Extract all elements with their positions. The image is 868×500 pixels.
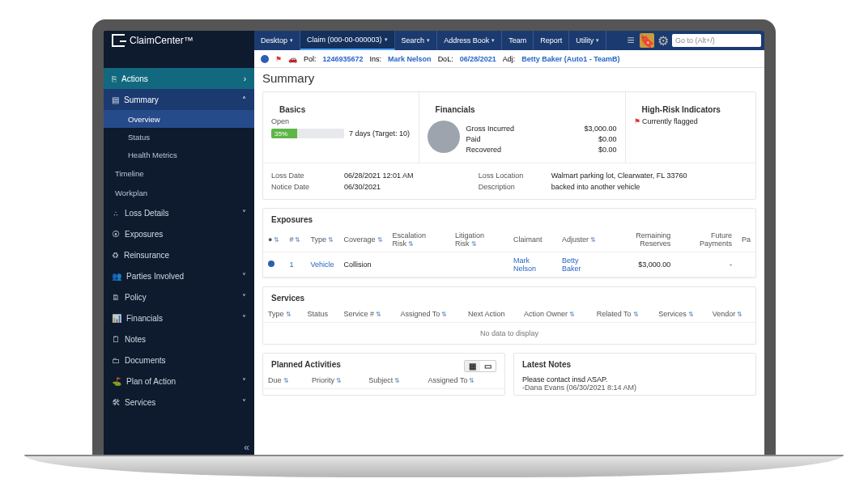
financials-header: Financials: [428, 99, 617, 117]
view-toggle[interactable]: ▦▭: [464, 360, 496, 372]
exposures-icon: ⦿: [112, 230, 120, 239]
dol-label: DoL:: [438, 55, 453, 63]
flag-icon[interactable]: ⚑: [275, 55, 282, 63]
col-type[interactable]: Type⇅: [305, 227, 338, 252]
adj-label: Adj:: [503, 55, 516, 63]
notice-value: 06/30/2021: [344, 183, 479, 191]
sidebar-lossdetails[interactable]: ⛬Loss Details˅: [104, 202, 254, 223]
col-coverage[interactable]: Coverage⇅: [338, 227, 387, 252]
summary-icon: ▤: [112, 95, 119, 104]
top-bar: ClaimCenter™ Desktop▾ Claim (000-00-0000…: [104, 31, 764, 50]
svc-col-related[interactable]: Related To⇅: [592, 306, 653, 323]
policy-link[interactable]: 1246935672: [323, 55, 364, 63]
chevron-down-icon: ▾: [290, 37, 293, 44]
gross-label: Gross Incurred: [466, 125, 515, 133]
sidebar-status[interactable]: Status: [104, 128, 254, 146]
progress-fill: 35%: [271, 129, 297, 138]
sidebar-workplan[interactable]: Workplan: [104, 183, 254, 202]
row-adjuster[interactable]: Betty Baker: [557, 252, 604, 278]
row-coverage: Collision: [338, 252, 387, 278]
sidebar-overview[interactable]: Overview: [104, 110, 254, 128]
top-tools: ≡ 🔖 ⚙ Go to (Alt+/): [623, 33, 764, 48]
svc-col-num[interactable]: Service #⇅: [338, 306, 395, 323]
progress-bar: 35%: [271, 129, 344, 138]
svc-col-vendor[interactable]: Vendor⇅: [708, 306, 755, 323]
chevron-down-icon: ▾: [427, 37, 430, 44]
svc-col-services[interactable]: Services⇅: [653, 306, 707, 323]
chevron-down-icon: ˅: [242, 398, 246, 407]
list-icon[interactable]: ▭: [480, 361, 496, 371]
nav-addressbook[interactable]: Address Book▾: [437, 31, 502, 50]
recovered-value: $0.00: [598, 146, 617, 154]
dol-link[interactable]: 06/28/2021: [460, 55, 496, 63]
row-claimant[interactable]: Mark Nelson: [508, 252, 557, 278]
col-paid[interactable]: Pa: [737, 227, 755, 252]
row-num[interactable]: 1: [284, 252, 305, 278]
row-type[interactable]: Vehicle: [305, 252, 338, 278]
sidebar-services[interactable]: 🛠Services˅: [104, 392, 254, 413]
gross-value: $3,000.00: [585, 125, 617, 133]
sidebar-timeline[interactable]: Timeline: [104, 163, 254, 183]
bookmark-icon[interactable]: 🔖: [640, 33, 654, 48]
notes-panel: Latest Notes Please contact insd ASAP. -…: [513, 353, 756, 396]
col-claimant[interactable]: Claimant: [508, 227, 557, 252]
sidebar-documents[interactable]: 🗀Documents: [104, 350, 254, 371]
financials-icon: 📊: [112, 314, 121, 323]
col-litigation[interactable]: Litigation Risk⇅: [450, 227, 508, 252]
nav-utility[interactable]: Utility▾: [569, 31, 606, 50]
sidebar-notes[interactable]: 🗒Notes: [104, 328, 254, 350]
claim-info-bar: ⚑ 🚗 Pol: 1246935672 Ins: Mark Nelson DoL…: [254, 50, 764, 68]
col-reserves[interactable]: Remaining Reserves: [604, 227, 676, 252]
nav-team[interactable]: Team: [502, 31, 534, 50]
nav-report[interactable]: Report: [534, 31, 569, 50]
note-meta: -Dana Evans (06/30/2021 8:14 AM): [522, 383, 747, 392]
sidebar-reinsurance[interactable]: ♻Reinsurance: [104, 244, 254, 265]
sidebar-plan[interactable]: ⛳Plan of Action˅: [104, 371, 254, 392]
sidebar-parties[interactable]: 👥Parties Involved˅: [104, 265, 254, 286]
note-text: Please contact insd ASAP.: [522, 375, 747, 383]
sidebar-actions[interactable]: ⎘Actions ›: [104, 68, 254, 89]
act-col-due[interactable]: Due⇅: [263, 372, 307, 389]
paid-label: Paid: [466, 135, 481, 143]
col-status[interactable]: ●⇅: [263, 227, 284, 252]
svc-col-next[interactable]: Next Action: [463, 306, 519, 323]
col-escalation[interactable]: Escalation Risk⇅: [388, 227, 451, 252]
act-col-priority[interactable]: Priority⇅: [307, 372, 364, 389]
table-row[interactable]: 1 Vehicle Collision Mark Nelson Betty Ba…: [263, 252, 755, 278]
plan-icon: ⛳: [112, 377, 121, 386]
svc-col-status[interactable]: Status: [302, 306, 338, 323]
policy-icon: 🗎: [112, 293, 120, 302]
svc-col-type[interactable]: Type⇅: [263, 306, 302, 323]
nav-claim[interactable]: Claim (000-00-000003)▾: [300, 31, 395, 50]
sidebar-policy[interactable]: 🗎Policy˅: [104, 286, 254, 307]
row-reserves: $3,000.00: [604, 252, 676, 278]
desc-label: Description: [479, 183, 551, 191]
row-future: -: [675, 252, 737, 278]
col-adjuster[interactable]: Adjuster⇅: [557, 227, 604, 252]
activities-header: Planned Activities ▦▭: [263, 354, 504, 372]
nav-desktop[interactable]: Desktop▾: [254, 31, 300, 50]
sidebar-financials[interactable]: 📊Financials˅: [104, 307, 254, 328]
sidebar-health[interactable]: Health Metrics: [104, 146, 254, 163]
svc-col-assigned[interactable]: Assigned To⇅: [395, 306, 463, 323]
act-col-assigned[interactable]: Assigned To⇅: [423, 372, 504, 389]
chevron-down-icon: ˅: [242, 293, 246, 302]
loss-date-label: Loss Date: [271, 172, 344, 180]
chevron-down-icon: ˅: [242, 272, 246, 281]
col-future[interactable]: Future Payments: [675, 227, 737, 252]
sidebar-collapse[interactable]: «: [244, 442, 249, 453]
grid-icon[interactable]: ▦: [465, 361, 480, 371]
nav-search[interactable]: Search▾: [395, 31, 438, 50]
gear-icon[interactable]: ⚙: [656, 33, 670, 48]
sidebar-summary[interactable]: ▤Summary ˄: [104, 89, 254, 110]
sidebar-exposures[interactable]: ⦿Exposures: [104, 223, 254, 244]
insured-link[interactable]: Mark Nelson: [388, 55, 432, 63]
documents-icon: 🗀: [112, 356, 120, 365]
act-col-subject[interactable]: Subject⇅: [364, 372, 423, 389]
col-num[interactable]: #⇅: [284, 227, 305, 252]
menu-icon[interactable]: ≡: [623, 33, 638, 48]
basics-header: Basics: [271, 99, 411, 117]
global-search-input[interactable]: Go to (Alt+/): [672, 34, 761, 47]
svc-col-owner[interactable]: Action Owner⇅: [519, 306, 592, 323]
adjuster-link[interactable]: Betty Baker (Auto1 - TeamB): [521, 55, 619, 63]
